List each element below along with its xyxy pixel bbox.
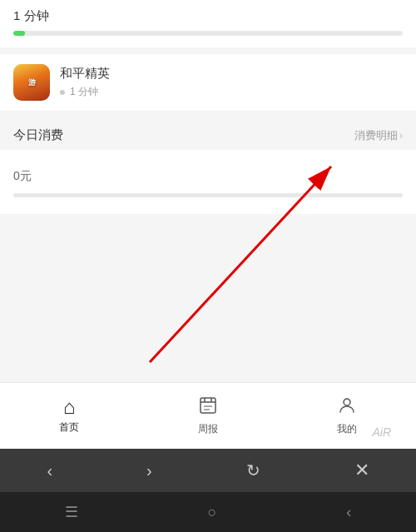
top-progress-fill [13, 31, 25, 36]
mine-label: 我的 [337, 422, 357, 436]
sys-home-button[interactable]: ○ [191, 497, 234, 528]
top-section: 1 分钟 [0, 0, 416, 47]
spend-title: 今日消费 [13, 127, 63, 143]
spend-detail-link[interactable]: 消费明细 › [354, 128, 403, 143]
svg-point-8 [344, 399, 350, 405]
home-label: 首页 [59, 420, 79, 435]
browser-back-button[interactable]: ‹ [33, 455, 66, 487]
spend-detail-chevron: › [399, 129, 403, 142]
app-icon-label: 游 [28, 77, 36, 88]
spend-amount: 0元 [13, 163, 403, 185]
svg-rect-2 [201, 398, 215, 413]
app-dot [60, 90, 65, 95]
top-progress-bar [13, 31, 403, 36]
sys-menu-button[interactable]: ☰ [48, 496, 95, 528]
home-icon: ⌂ [63, 397, 76, 417]
app-item-section[interactable]: 游 和平精英 1 分钟 [0, 54, 416, 111]
browser-refresh-button[interactable]: ↻ [233, 454, 274, 487]
app-time-label: 1 分钟 [70, 85, 98, 99]
top-time-label: 1 分钟 [13, 8, 403, 24]
spend-detail-text: 消费明细 [354, 128, 398, 143]
main-content: 1 分钟 游 和平精英 1 分钟 今日消费 消费明细 › 0元 [0, 0, 416, 400]
spend-progress-bar [13, 193, 403, 197]
weekly-icon [198, 395, 218, 419]
browser-close-button[interactable]: ✕ [341, 453, 383, 488]
app-icon: 游 [13, 64, 50, 101]
browser-forward-button[interactable]: › [133, 455, 166, 487]
app-name: 和平精英 [60, 66, 403, 82]
spend-header: 今日消费 消费明细 › [0, 117, 416, 150]
bottom-nav: ⌂ 首页 周报 我的 [0, 382, 416, 449]
system-bar: ☰ ○ ‹ [0, 492, 416, 532]
sys-back-button[interactable]: ‹ [329, 497, 368, 528]
bottom-gray-area [0, 221, 416, 271]
mine-icon [337, 395, 357, 419]
app-icon-inner: 游 [13, 64, 50, 101]
nav-item-weekly[interactable]: 周报 [139, 383, 278, 449]
weekly-label: 周报 [198, 422, 218, 436]
app-time: 1 分钟 [60, 85, 403, 99]
nav-item-mine[interactable]: 我的 [277, 383, 416, 449]
spend-card: 0元 [0, 150, 416, 214]
browser-bar: ‹ › ↻ ✕ [0, 449, 416, 492]
app-info: 和平精英 1 分钟 [60, 66, 403, 99]
nav-item-home[interactable]: ⌂ 首页 [0, 383, 139, 449]
spend-amount-unit: 元 [20, 169, 32, 182]
spend-amount-value: 0 [13, 169, 20, 182]
